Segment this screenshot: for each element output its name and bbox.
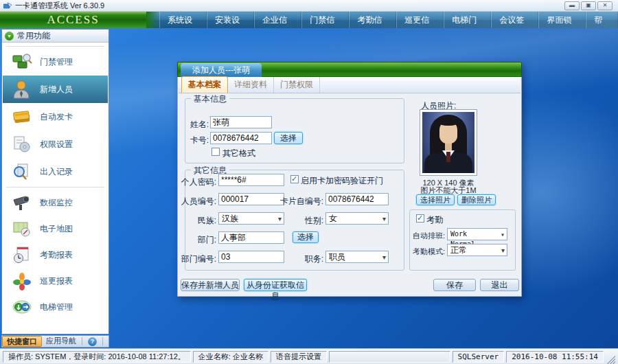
person-photo [422, 112, 474, 173]
patrol-report-icon [11, 271, 33, 291]
department-input[interactable] [218, 231, 284, 244]
tab-detail-info[interactable]: 详细资料 [228, 77, 274, 93]
sidebar-header-label: 常用功能 [17, 30, 50, 42]
attendance-mode-label: 考勤模式: [412, 247, 445, 257]
auto-shift-label: 自动排班: [412, 231, 445, 241]
duty-label: 职务: [277, 253, 323, 265]
photo-frame [420, 109, 477, 176]
photo-tie [446, 152, 450, 162]
sidebar-item-patrol-report[interactable]: 巡更报表 [3, 267, 108, 295]
tab-app-navigation[interactable]: 应用导航 [42, 336, 80, 347]
sidebar-item-add-person[interactable]: 新增人员 [3, 76, 108, 103]
app-window: 一卡通管理系统 Ver 6.30.9 ▬ ▣ ✕ ACCESS 系统设置 安装设… [0, 0, 618, 364]
status-company: 企业名称: 企业名称 [193, 351, 268, 363]
auto-shift-dropdown[interactable]: Work Normal [447, 228, 507, 240]
photo-fringe [437, 118, 459, 126]
sidebar-item-data-monitor[interactable]: 数据监控 [3, 189, 108, 216]
status-operator: 操作员: SYSTEM，登录时间: 2016-10-08 11:27:12。 [3, 351, 191, 363]
dialog-title-tab[interactable]: 添加人员---张萌 [181, 63, 262, 78]
dialog-tabstrip: 基本档案 详细资料 门禁权限 [179, 78, 520, 93]
app-icon [3, 2, 12, 10]
card-self-number-label: 卡片自编号: [277, 196, 323, 207]
sidebar-item-elevator[interactable]: 电梯管理 [3, 293, 108, 321]
tab-separator [82, 337, 82, 345]
window-title: 一卡通管理系统 Ver 6.30.9 [15, 1, 104, 11]
ethnicity-dropdown[interactable]: 汉族 [218, 212, 284, 225]
attendance-report-icon [11, 245, 33, 264]
attendance-label: 考勤 [426, 214, 443, 226]
other-format-checkbox[interactable] [211, 148, 220, 156]
card-number-label: 卡号: [179, 135, 209, 146]
dialog-titlebar: 添加人员---张萌 [177, 62, 522, 77]
access-logo: ACCESS [0, 12, 146, 28]
sidebar-item-records[interactable]: 出入记录 [3, 158, 108, 185]
help-icon[interactable]: ? [88, 337, 97, 346]
add-person-icon [11, 80, 33, 99]
department-id-input[interactable] [218, 251, 284, 263]
read-id-card-button[interactable]: 从身份证获取信息 [244, 279, 307, 291]
attendance-mode-dropdown[interactable]: 正常 [447, 244, 507, 256]
duty-dropdown[interactable]: 职员 [325, 251, 389, 263]
sidebar-divider [6, 187, 104, 187]
sidebar-divider [6, 46, 104, 47]
auto-card-icon [11, 107, 33, 126]
save-and-new-button[interactable]: 保存并新增人员 [181, 279, 240, 291]
person-id-label: 人员编号: [179, 196, 216, 207]
card-number-input[interactable] [210, 132, 272, 144]
basic-info-title: 基本信息 [191, 93, 229, 105]
department-label: 部门: [179, 234, 216, 246]
tab-access-rights[interactable]: 门禁权限 [274, 77, 320, 93]
permission-icon [11, 135, 33, 154]
sidebar-bottom-tabs: 快捷窗口 应用导航 ? [1, 335, 109, 348]
gender-label: 性别: [277, 215, 323, 227]
person-id-input[interactable] [218, 193, 284, 205]
sidebar-header[interactable]: ▼ 常用功能 [2, 30, 108, 43]
card-select-button[interactable]: 选择 [274, 132, 303, 144]
door-management-icon [11, 52, 33, 71]
save-button[interactable]: 保存 [433, 279, 476, 291]
sidebar-item-door-management[interactable]: 门禁管理 [3, 48, 108, 76]
sidebar-item-map[interactable]: 电子地图 [3, 215, 108, 242]
elevator-icon [11, 297, 33, 317]
voice-prompt-settings[interactable]: 语音提示设置 [271, 351, 327, 363]
status-clock: 2016-10-08 11:55:14 [506, 351, 604, 363]
department-id-label: 部门编号: [179, 253, 216, 265]
delete-photo-button[interactable]: 删除照片 [457, 194, 496, 205]
tab-basic-profile[interactable]: 基本档案 [181, 76, 228, 93]
card-self-number-input[interactable] [325, 193, 389, 205]
password-verify-checkbox[interactable] [290, 175, 299, 183]
status-database: SQLServer [453, 351, 505, 363]
sidebar-item-attendance-report[interactable]: 考勤报表 [3, 241, 108, 269]
dialog-body: 基本档案 详细资料 门禁权限 基本信息 姓名: 卡号: 选择 其它格式 其它信息… [177, 77, 522, 297]
tab-quick-window[interactable]: 快捷窗口 [2, 336, 42, 347]
status-spacer [329, 351, 450, 363]
menu-system-settings[interactable]: 系统设置 [159, 12, 207, 28]
name-input[interactable] [210, 116, 272, 128]
password-label: 个人密码: [179, 177, 216, 188]
attendance-checkbox[interactable] [416, 214, 424, 223]
password-input[interactable] [218, 174, 284, 186]
select-photo-button[interactable]: 选择照片 [416, 194, 455, 205]
ethnicity-label: 民族: [179, 215, 216, 227]
data-monitor-icon [11, 193, 33, 212]
password-verify-label: 启用卡加密码验证开门 [301, 175, 383, 187]
sidebar-item-permission[interactable]: 权限设置 [3, 130, 108, 158]
records-icon [11, 162, 33, 181]
sidebar-item-auto-card[interactable]: 自动发卡 [3, 103, 108, 130]
department-select-button[interactable]: 选择 [293, 231, 319, 243]
tab-separator [102, 337, 103, 345]
resize-grip-icon[interactable] [607, 356, 615, 364]
sidebar-panel: ▼ 常用功能 门禁管理 新增人员 [1, 29, 109, 334]
map-icon [11, 219, 33, 238]
add-person-dialog: 添加人员---张萌 基本档案 详细资料 门禁权限 基本信息 姓名: 卡号: 选择… [177, 62, 522, 297]
name-label: 姓名: [179, 119, 209, 130]
gender-dropdown[interactable]: 女 [325, 212, 389, 225]
exit-button[interactable]: 退出 [480, 279, 519, 291]
other-format-label: 其它格式 [222, 148, 255, 159]
statusbar: 操作员: SYSTEM，登录时间: 2016-10-08 11:27:12。 企… [0, 348, 618, 364]
collapse-arrow-icon[interactable]: ▼ [5, 32, 14, 41]
